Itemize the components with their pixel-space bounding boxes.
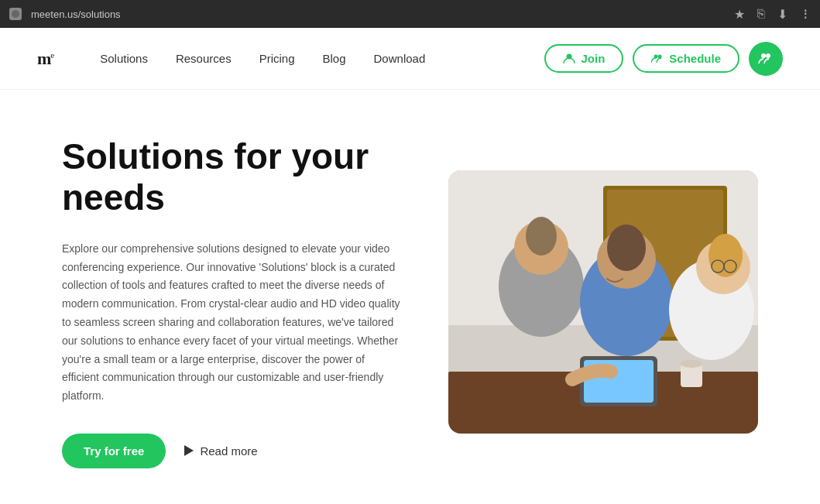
schedule-icon xyxy=(651,53,664,65)
play-icon xyxy=(184,445,194,456)
nav-pricing[interactable]: Pricing xyxy=(259,52,295,65)
bookmark-icon[interactable]: ★ xyxy=(734,7,745,22)
browser-bar: meeten.us/solutions ★ ⎘ ⬇ ⋮ xyxy=(0,0,820,28)
hero-description: Explore our comprehensive solutions desi… xyxy=(62,240,402,406)
svg-point-0 xyxy=(12,10,19,18)
svg-point-4 xyxy=(761,53,766,58)
svg-point-5 xyxy=(766,53,770,58)
nav-download[interactable]: Download xyxy=(374,52,426,65)
nav-blog[interactable]: Blog xyxy=(323,52,346,65)
nav-resources[interactable]: Resources xyxy=(176,52,232,65)
hero-photo xyxy=(448,170,758,434)
hero-image xyxy=(448,170,758,434)
browser-favicon xyxy=(9,8,22,20)
hero-section: Solutions for your needs Explore our com… xyxy=(0,90,820,504)
nav-links: Solutions Resources Pricing Blog Downloa… xyxy=(100,52,544,66)
nav-solutions[interactable]: Solutions xyxy=(100,52,148,65)
browser-url: meeten.us/solutions xyxy=(31,9,121,20)
browser-icons: ★ ⎘ ⬇ ⋮ xyxy=(734,7,811,22)
menu-icon[interactable]: ⋮ xyxy=(800,8,811,20)
hero-actions: Try for free Read more xyxy=(62,434,402,468)
read-more-button[interactable]: Read more xyxy=(184,444,257,458)
people-icon xyxy=(758,51,774,67)
join-button[interactable]: Join xyxy=(544,44,623,73)
extensions-icon[interactable]: ⎘ xyxy=(757,7,765,21)
svg-point-26 xyxy=(681,360,702,368)
download-icon[interactable]: ⬇ xyxy=(777,7,787,22)
svg-point-16 xyxy=(607,225,646,271)
nav-actions: Join Schedule xyxy=(544,42,783,76)
people-button[interactable] xyxy=(749,42,783,76)
svg-point-13 xyxy=(526,217,557,255)
hero-text: Solutions for your needs Explore our com… xyxy=(62,136,402,468)
hero-title: Solutions for your needs xyxy=(62,136,402,218)
navbar: me Solutions Resources Pricing Blog Down… xyxy=(0,28,820,90)
logo[interactable]: me xyxy=(37,49,53,69)
join-icon xyxy=(563,53,575,65)
try-free-button[interactable]: Try for free xyxy=(62,434,166,468)
schedule-button[interactable]: Schedule xyxy=(633,44,739,73)
